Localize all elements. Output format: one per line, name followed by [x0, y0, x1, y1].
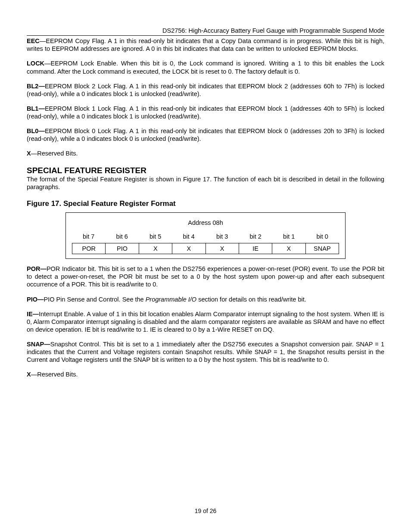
eec-paragraph: EEC—EEPROM Copy Flag. A 1 in this read-o…	[27, 37, 384, 53]
snap-paragraph: SNAP—Snapshot Control. This bit is set t…	[27, 340, 384, 364]
bl2-paragraph: BL2—EEPROM Block 2 Lock Flag. A 1 in thi…	[27, 82, 384, 98]
snap-text: Snapshot Control. This bit is set to a 1…	[27, 341, 384, 363]
por-text: POR Indicator bit. This bit is set to a …	[27, 265, 384, 288]
bit-cell: PIO	[106, 243, 139, 254]
bit-cell: SNAP	[306, 243, 339, 254]
register-address: Address 08h	[72, 219, 339, 227]
bl0-label: BL0—	[27, 128, 45, 134]
bit-label: bit 7	[72, 233, 106, 240]
bl2-text: EEPROM Block 2 Lock Flag. A 1 in this re…	[27, 83, 384, 97]
bit-label-row: bit 7 bit 6 bit 5 bit 4 bit 3 bit 2 bit …	[72, 233, 339, 240]
x2-text: —Reserved Bits.	[31, 371, 78, 378]
bit-label: bit 2	[239, 233, 273, 240]
snap-label: SNAP—	[27, 341, 50, 348]
bit-label: bit 6	[106, 233, 139, 240]
ie-paragraph: IE—Interrupt Enable. A value of 1 in thi…	[27, 310, 384, 333]
ie-label: IE—	[27, 311, 39, 317]
bit-label: bit 4	[172, 233, 206, 240]
x1-text: —Reserved Bits.	[31, 150, 78, 157]
pio-text-a: PIO Pin Sense and Control. See the	[44, 296, 145, 303]
x1-label: X	[27, 150, 31, 157]
eec-text: —EEPROM Copy Flag. A 1 in this read-only…	[27, 37, 384, 52]
section-heading: SPECIAL FEATURE REGISTER	[27, 165, 384, 176]
por-label: POR—	[27, 265, 47, 272]
por-paragraph: POR—POR Indicator bit. This bit is set t…	[27, 265, 384, 288]
bl0-paragraph: BL0—EEPROM Block 0 Lock Flag. A 1 in thi…	[27, 127, 384, 143]
bit-value-row: POR PIO X X X IE X SNAP	[72, 243, 339, 254]
bit-cell: X	[139, 243, 172, 254]
bit-cell: X	[272, 243, 305, 254]
page-header: DS2756: High-Accuracy Battery Fuel Gauge…	[27, 27, 384, 36]
lock-paragraph: LOCK—EEPROM Lock Enable. When this bit i…	[27, 59, 384, 75]
pio-em: Programmable I/O	[146, 296, 196, 303]
bit-cell: X	[172, 243, 206, 254]
x2-label: X	[27, 371, 31, 378]
eec-label: EEC	[27, 37, 40, 44]
x1-paragraph: X—Reserved Bits.	[27, 149, 384, 157]
lock-label: LOCK	[27, 60, 44, 67]
bit-cell: POR	[72, 243, 106, 254]
bl0-text: EEPROM Block 0 Lock Flag. A 1 in this re…	[27, 128, 384, 142]
bl1-paragraph: BL1—EEPROM Block 1 Lock Flag. A 1 in thi…	[27, 105, 384, 120]
bit-label: bit 0	[306, 233, 339, 240]
bit-label: bit 3	[206, 233, 239, 240]
pio-text-b: section for details on this read/write b…	[196, 296, 306, 303]
bit-cell: IE	[239, 243, 272, 254]
ie-text: Interrupt Enable. A value of 1 in this b…	[27, 311, 384, 333]
bit-label: bit 1	[272, 233, 306, 240]
bit-cell: X	[206, 243, 239, 254]
x2-paragraph: X—Reserved Bits.	[27, 370, 384, 378]
bl1-text: EEPROM Block 1 Lock Flag. A 1 in this re…	[27, 105, 384, 120]
figure-heading: Figure 17. Special Feature Register Form…	[27, 199, 384, 208]
lock-text: —EEPROM Lock Enable. When this bit is 0,…	[27, 60, 384, 75]
bl1-label: BL1—	[27, 105, 45, 112]
bit-label: bit 5	[139, 233, 172, 240]
pio-paragraph: PIO—PIO Pin Sense and Control. See the P…	[27, 296, 384, 303]
section-intro: The format of the Special Feature Regist…	[27, 175, 384, 191]
pio-label: PIO—	[27, 296, 44, 303]
register-box: Address 08h bit 7 bit 6 bit 5 bit 4 bit …	[65, 212, 346, 259]
bl2-label: BL2—	[27, 83, 45, 90]
